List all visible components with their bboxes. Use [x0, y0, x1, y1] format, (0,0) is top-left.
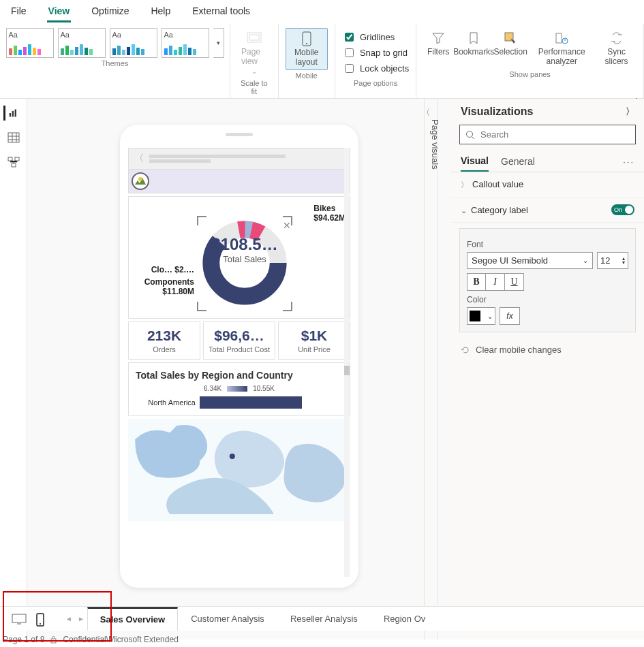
mobile-group-label: Mobile: [296, 70, 318, 81]
menu-view[interactable]: View: [47, 4, 72, 22]
svg-rect-25: [51, 639, 56, 643]
kpi-unit-price[interactable]: $1KUnit Price: [278, 321, 350, 360]
svg-point-14: [138, 177, 142, 181]
svg-rect-5: [556, 33, 562, 43]
theme-swatch-1[interactable]: Aa: [6, 28, 54, 58]
sync-icon: [609, 31, 624, 46]
format-search[interactable]: [459, 125, 636, 144]
theme-swatch-3[interactable]: Aa: [110, 28, 157, 58]
close-icon[interactable]: ✕: [283, 220, 291, 231]
color-picker[interactable]: ⌄: [467, 307, 495, 325]
visualizations-header: Visualizations: [461, 106, 533, 118]
bookmark-icon: [466, 31, 481, 46]
theme-swatch-2[interactable]: Aa: [58, 28, 106, 58]
workspace: 〈 ✕ $108.5…: [0, 99, 644, 640]
theme-swatch-4[interactable]: Aa: [162, 28, 209, 58]
chevron-down-icon: ⌄: [461, 206, 467, 215]
desktop-layout-icon[interactable]: [11, 613, 27, 625]
sync-slicers-button[interactable]: Sync slicers: [596, 28, 637, 69]
chevron-down-icon: ⌄: [487, 313, 493, 320]
bold-button[interactable]: B: [467, 273, 486, 291]
page-tab-customer-analysis[interactable]: Customer Analysis: [178, 607, 277, 630]
svg-point-3: [306, 43, 307, 44]
funnel-icon: [431, 31, 446, 46]
clear-mobile-changes[interactable]: Clear mobile changes: [451, 338, 644, 362]
tab-nav-next[interactable]: ►: [75, 615, 87, 622]
snap-to-grid-checkbox[interactable]: Snap to grid: [342, 46, 409, 59]
map-visual[interactable]: [128, 419, 350, 521]
theme-gallery-dropdown[interactable]: ▾: [213, 28, 224, 58]
svg-rect-9: [14, 110, 16, 117]
menu-external-tools[interactable]: External tools: [191, 4, 251, 22]
tab-general[interactable]: General: [501, 152, 535, 171]
performance-analyzer-button[interactable]: Performance analyzer: [528, 28, 595, 69]
lock-icon: [50, 635, 57, 644]
logo-icon: [132, 172, 149, 190]
menu-file[interactable]: File: [10, 4, 28, 22]
page-view-button[interactable]: Page view ⌄: [237, 28, 271, 78]
kpi-orders[interactable]: 213KOrders: [128, 321, 200, 360]
svg-rect-8: [12, 111, 13, 117]
kpi-row: 213KOrders $96,6…Total Product Cost $1KU…: [128, 321, 350, 360]
data-view-icon[interactable]: [6, 130, 21, 145]
page-tab-reseller-analysis[interactable]: Reseller Analysis: [277, 607, 371, 630]
bar-chart-visual[interactable]: Total Sales by Region and Country 6.34K1…: [128, 362, 350, 416]
tab-visual[interactable]: Visual: [461, 151, 489, 172]
callout-value-accordion[interactable]: 〉Callout value: [451, 172, 644, 198]
menu-optimize[interactable]: Optimize: [90, 4, 130, 22]
confidentiality-label: Confidential\Microsoft Extended: [63, 635, 178, 644]
selection-pane-button[interactable]: Selection: [494, 28, 527, 69]
page-tab-region-overview[interactable]: Region Ov: [371, 607, 438, 630]
svg-point-21: [467, 131, 473, 137]
chevron-right-icon: 〉: [461, 180, 468, 189]
phone-scrollbar[interactable]: [344, 148, 350, 577]
svg-rect-22: [12, 614, 26, 622]
font-family-select[interactable]: Segoe UI Semibold⌄: [467, 252, 593, 269]
menu-help[interactable]: Help: [149, 4, 172, 22]
page-tab-sales-overview[interactable]: Sales Overview: [87, 607, 178, 631]
page-visuals-pane-collapsed[interactable]: 〈 Page visuals: [424, 99, 438, 640]
back-icon[interactable]: 〈: [134, 153, 144, 165]
bookmarks-pane-button[interactable]: Bookmarks: [455, 28, 493, 69]
reset-icon: [461, 345, 470, 355]
color-label: Color: [467, 295, 628, 304]
italic-button[interactable]: I: [486, 273, 505, 291]
logo-row: [128, 170, 350, 193]
font-size-input[interactable]: 12▴▾: [597, 252, 628, 269]
report-header: 〈: [128, 148, 350, 170]
svg-rect-12: [15, 157, 19, 161]
mobile-layout-icon[interactable]: [35, 613, 52, 625]
svg-rect-11: [8, 157, 12, 161]
donut-center-value: $108.5…: [205, 235, 284, 254]
fx-button[interactable]: fx: [500, 307, 520, 325]
left-rail: [0, 99, 27, 640]
more-options[interactable]: ···: [623, 157, 634, 167]
mobile-phone-frame: 〈 ✕ $108.5…: [120, 125, 358, 588]
mobile-icon: [299, 31, 314, 46]
category-label-properties: Font Segoe UI Semibold⌄ 12▴▾ B I U Color…: [459, 228, 636, 332]
canvas: 〈 ✕ $108.5…: [27, 99, 451, 640]
donut-center-label: Total Sales: [205, 254, 284, 264]
chevron-right-icon[interactable]: 〉: [626, 106, 634, 118]
filters-pane-button[interactable]: Filters: [423, 28, 453, 69]
font-label: Font: [467, 240, 628, 249]
svg-point-20: [230, 454, 235, 459]
stopwatch-icon: [554, 31, 569, 46]
underline-button[interactable]: U: [505, 273, 524, 291]
model-view-icon[interactable]: [6, 155, 21, 170]
category-label-toggle[interactable]: On: [611, 204, 634, 215]
tab-nav-prev[interactable]: ◄: [63, 615, 75, 622]
mobile-layout-button[interactable]: Mobile layout: [286, 28, 328, 70]
search-input[interactable]: [479, 129, 630, 140]
donut-visual[interactable]: ✕ $108.5… Total Sales Bikes$94.62M Clo… …: [128, 196, 350, 319]
themes-group-label: Themes: [102, 58, 129, 69]
chart-legend: 6.34K10.55K: [134, 385, 344, 392]
svg-rect-7: [9, 113, 10, 116]
kpi-total-product-cost[interactable]: $96,6…Total Product Cost: [203, 321, 275, 360]
svg-point-24: [40, 623, 41, 625]
lock-objects-checkbox[interactable]: Lock objects: [342, 62, 409, 75]
gridlines-checkbox[interactable]: Gridlines: [342, 31, 409, 44]
ribbon: Aa Aa Aa Aa ▾ Themes Page view ⌄ Scale t…: [0, 24, 644, 99]
report-view-icon[interactable]: [3, 106, 18, 121]
category-label-accordion[interactable]: ⌄Category label On: [451, 198, 644, 223]
